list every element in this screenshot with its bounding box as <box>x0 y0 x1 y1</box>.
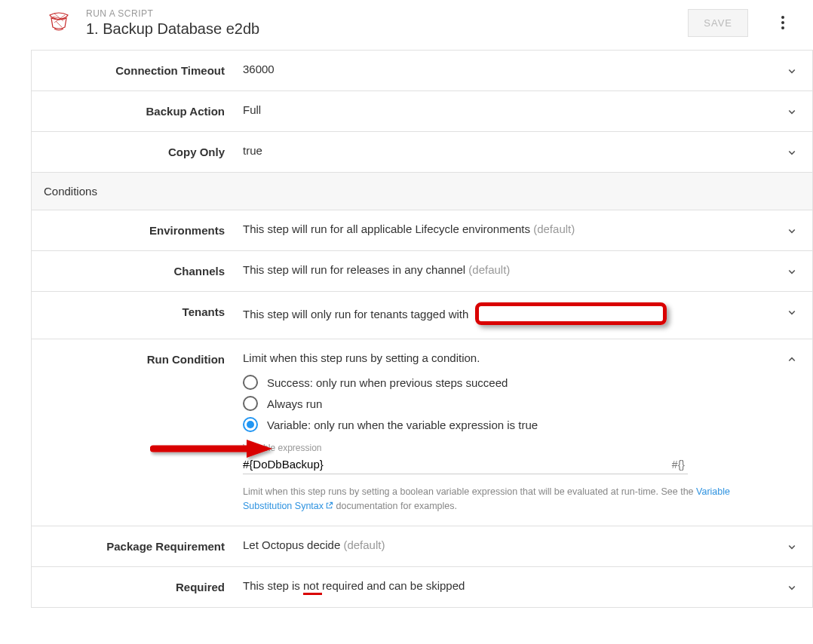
row-label: Tenants <box>47 304 243 318</box>
radio-label: Variable: only run when the variable exp… <box>267 419 538 431</box>
row-value: This step is not required and can be ski… <box>243 579 797 592</box>
row-backup-action[interactable]: Backup Action Full <box>32 90 812 131</box>
redacted-highlight <box>475 302 667 325</box>
variable-expression-label: Variable expression <box>243 443 767 453</box>
row-value: 36000 <box>243 63 797 75</box>
row-label: Package Requirement <box>47 538 243 553</box>
row-run-condition: Run Condition Limit when this step runs … <box>32 339 812 526</box>
run-condition-radio-group: Success: only run when previous steps su… <box>243 375 767 432</box>
row-label: Run Condition <box>47 351 243 366</box>
row-value: This step will only run for tenants tagg… <box>243 304 797 327</box>
step-header: RUN A SCRIPT 1. Backup Database e2db SAV… <box>0 0 813 50</box>
chevron-down-icon[interactable] <box>785 224 799 238</box>
radio-icon <box>243 396 258 411</box>
section-conditions: Conditions <box>32 172 812 210</box>
radio-label: Always run <box>267 397 322 410</box>
chevron-down-icon[interactable] <box>785 105 799 118</box>
row-tenants[interactable]: Tenants This step will only run for tena… <box>32 291 812 339</box>
row-label: Connection Timeout <box>47 63 243 77</box>
radio-variable[interactable]: Variable: only run when the variable exp… <box>243 417 767 432</box>
row-connection-timeout[interactable]: Connection Timeout 36000 <box>32 50 812 90</box>
row-value: Full <box>243 103 797 116</box>
overflow-menu[interactable] <box>774 14 792 32</box>
header-subtitle: RUN A SCRIPT <box>86 8 676 19</box>
sql-server-icon <box>44 8 74 38</box>
chevron-down-icon[interactable] <box>785 581 799 594</box>
radio-label: Success: only run when previous steps su… <box>267 376 508 389</box>
row-label: Copy Only <box>47 144 243 158</box>
radio-icon <box>243 375 258 390</box>
chevron-down-icon[interactable] <box>785 64 799 78</box>
row-channels[interactable]: Channels This step will run for releases… <box>32 250 812 291</box>
row-package-requirement[interactable]: Package Requirement Let Octopus decide (… <box>32 526 812 566</box>
row-environments[interactable]: Environments This step will run for all … <box>32 210 812 250</box>
variable-expression-input[interactable] <box>243 455 669 474</box>
help-text: Limit when this step runs by setting a b… <box>243 485 767 514</box>
radio-always[interactable]: Always run <box>243 396 767 411</box>
row-value: This step will run for releases in any c… <box>243 263 797 276</box>
row-label: Required <box>47 579 243 593</box>
row-value: true <box>243 144 797 157</box>
svg-line-3 <box>56 21 62 27</box>
chevron-down-icon[interactable] <box>785 146 799 159</box>
run-condition-description: Limit when this step runs by setting a c… <box>243 351 767 364</box>
row-required[interactable]: Required This step is not required and c… <box>32 566 812 607</box>
not-emphasis: not <box>303 579 322 595</box>
row-label: Channels <box>47 263 243 278</box>
chevron-down-icon[interactable] <box>785 265 799 278</box>
row-label: Environments <box>47 222 243 237</box>
save-button[interactable]: SAVE <box>688 9 748 37</box>
radio-success[interactable]: Success: only run when previous steps su… <box>243 375 767 390</box>
radio-icon-selected <box>243 417 258 432</box>
row-label: Backup Action <box>47 103 243 118</box>
row-value: Let Octopus decide (default) <box>243 538 797 551</box>
chevron-up-icon[interactable] <box>785 353 799 366</box>
header-title: 1. Backup Database e2db <box>86 20 676 38</box>
row-copy-only[interactable]: Copy Only true <box>32 131 812 172</box>
chevron-down-icon[interactable] <box>785 540 799 554</box>
chevron-down-icon[interactable] <box>785 305 799 319</box>
row-value: This step will run for all applicable Li… <box>243 222 797 235</box>
variable-picker-icon[interactable]: #{} <box>669 458 688 471</box>
external-link-icon <box>325 499 333 514</box>
